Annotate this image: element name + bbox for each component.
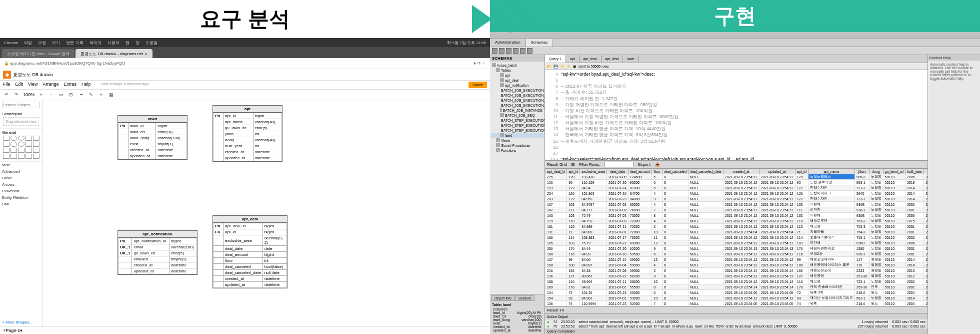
shape-palette[interactable]	[2, 135, 40, 160]
tree-item[interactable]: Functions	[491, 148, 544, 153]
zoom-out-icon[interactable]: −	[48, 91, 54, 98]
tree-item[interactable]: BATCH_JOB_EXECUTION	[491, 88, 544, 93]
drawio-toolbar: ↶ ↷ 100% + − ▭ ⊟ ━ ✎ + ▦	[0, 90, 490, 100]
arrow-divider	[472, 5, 530, 33]
tree-item[interactable]: BATCH_JOB_EXECUTION_CONTEXT	[491, 93, 544, 98]
drawio-window: Chrome파일수정보기방문 기록북마크사용자탭창도움말 화 9월 7일 오후 …	[0, 38, 490, 334]
run-icon[interactable]: ⚡	[560, 65, 564, 69]
file-title[interactable]: 호갱노노 DB.drawio	[13, 72, 53, 78]
save-icon[interactable]: 💾	[554, 65, 558, 69]
export-icon[interactable]: 📤	[655, 162, 660, 167]
browser-tab[interactable]: 스프링 배치 1편 pms - Google 검색	[2, 49, 74, 58]
scratchpad-section: Scratchpad Drag elements here	[0, 110, 42, 129]
table-apt-deal[interactable]: apt_deal PKapt_deal_idbigintFKapt_idbigi…	[212, 215, 288, 288]
title-right: 구현	[714, 2, 756, 30]
zoom-in-icon[interactable]: +	[38, 91, 44, 98]
table-lawd[interactable]: lawd PKlawd_idbigintlawd_cdchar(10)lawd_…	[118, 115, 188, 160]
tree-item[interactable]: BATCH_STEP_EXECUTION_SEQ	[491, 128, 544, 133]
limit-select[interactable]: Limit to 50000 rows	[578, 65, 609, 68]
redo-icon[interactable]: ↷	[13, 91, 20, 98]
close-icon[interactable]: ×	[145, 52, 148, 56]
more-shapes-link[interactable]: + More Shapes...	[0, 318, 42, 326]
header-right: 구현	[490, 0, 980, 32]
tree-item[interactable]: Tables	[491, 68, 544, 73]
page-tabs[interactable]: + Page-1 ▾	[0, 326, 490, 334]
tree-item[interactable]: BATCH_JOB_INSTANCE	[491, 108, 544, 113]
object-info: Object Info Session Table: lawd Columns:…	[490, 294, 544, 334]
title-left: 요구 분석	[200, 5, 290, 33]
tree-item[interactable]: BATCH_JOB_EXECUTION_SEQ	[491, 103, 544, 108]
zoom-select[interactable]: 100%	[23, 92, 34, 97]
header-left: 요구 분석	[0, 0, 490, 38]
tree-item[interactable]: apt	[491, 73, 544, 78]
mysql-window: Administration Schemas SCHEMAS house_bat…	[490, 32, 980, 334]
canvas[interactable]: lawd PKlawd_idbigintlawd_cdchar(10)lawd_…	[42, 100, 490, 326]
open-icon[interactable]: 📂	[547, 65, 552, 69]
tree-item[interactable]: lawd	[491, 133, 544, 138]
result-tab[interactable]: Result 14	[545, 306, 928, 313]
tree-item[interactable]: BATCH_STEP_EXECUTION	[491, 118, 544, 123]
url-bar[interactable]: 🔒 app.diagrams.net/#G1NBNHco01pu309rQ7QV…	[0, 58, 490, 69]
sql-editor[interactable]: 4"sql-kw">order by ad.apt_deal_id "sql-k…	[545, 70, 928, 160]
result-grid[interactable]: apt_deal_idapt_idexclusive_areadeal_date…	[545, 169, 928, 306]
tree-item[interactable]: BATCH_JOB_SEQ	[491, 113, 544, 118]
tree-item[interactable]: apt_deal	[491, 78, 544, 83]
tree-item[interactable]: apt_notification	[491, 83, 544, 88]
filter-input[interactable]	[604, 162, 634, 167]
drawio-header: ◆ 호갱노노 DB.drawio	[0, 69, 490, 81]
stop-icon[interactable]: ⏹	[573, 65, 576, 68]
tree-item[interactable]: BATCH_STEP_EXECUTION_CONTEXT	[491, 123, 544, 128]
lock-icon: 🔒	[4, 61, 9, 66]
os-menubar[interactable]: Chrome파일수정보기방문 기록북마크사용자탭창도움말 화 9월 7일 오후 …	[0, 38, 490, 47]
query-tabs: Query 1 apt apt_deal apt_deal lawd	[545, 55, 928, 63]
result-header: Result Grid ▦ Filter Rows: Export: 📤	[545, 160, 928, 169]
table-apt-notification[interactable]: apt_notification PKapt_notification_idbi…	[118, 230, 198, 275]
browser-tabs: 스프링 배치 1편 pms - Google 검색 호갱노노 DB.drawio…	[0, 47, 490, 58]
tree-item[interactable]: house_batch	[491, 63, 544, 68]
drawio-menu: File Edit View Arrange Extras Help Last …	[0, 81, 490, 90]
tree-item[interactable]: Stored Procedures	[491, 143, 544, 148]
main-tabs: Administration Schemas	[490, 39, 980, 47]
run-icon[interactable]: ⚡	[566, 65, 571, 69]
context-help: Context Help Automatic context help is d…	[928, 55, 980, 334]
undo-icon[interactable]: ↶	[3, 91, 10, 98]
main-toolbar	[490, 47, 980, 55]
search-input[interactable]	[2, 102, 40, 108]
tree-item[interactable]: BATCH_JOB_EXECUTION_PARAMS	[491, 98, 544, 103]
drawio-logo-icon: ◆	[3, 71, 11, 79]
schema-tree[interactable]: house_batchTablesaptapt_dealapt_notifica…	[490, 62, 544, 294]
grid-icon[interactable]: ▦	[571, 162, 575, 167]
table-apt[interactable]: apt PKapt_idbigintapt_namevarchar(40)gu_…	[212, 105, 282, 162]
tree-item[interactable]: Views	[491, 138, 544, 143]
action-output: Action Output ●7423:53:33select max(ad.d…	[545, 313, 928, 334]
schema-panel: SCHEMAS house_batchTablesaptapt_dealapt_…	[490, 55, 545, 334]
browser-tab[interactable]: 호갱노노 DB.drawio - diagrams.net×	[76, 49, 152, 58]
query-toolbar: 📂 💾 ⚡ ⚡ ⏹ Limit to 50000 rows	[545, 63, 928, 70]
share-button[interactable]: Share	[468, 82, 487, 88]
shapes-sidebar: Scratchpad Drag elements here General Mi…	[0, 100, 42, 326]
